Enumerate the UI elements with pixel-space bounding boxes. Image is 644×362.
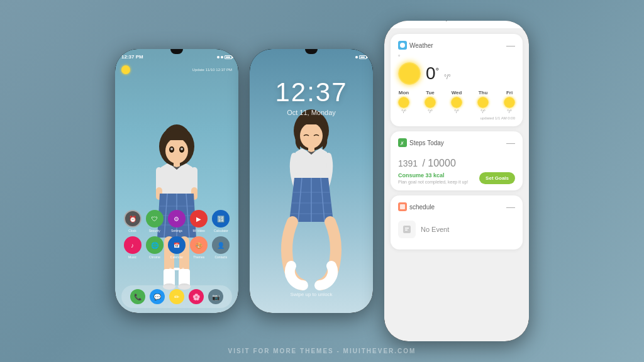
steps-separator: / <box>422 158 428 168</box>
svg-rect-38 <box>400 204 405 209</box>
clock-icon: ⏰ <box>124 210 142 228</box>
steps-count: 1391 / 10000 <box>398 151 468 171</box>
mivideo-icon: ▶ <box>190 210 208 228</box>
steps-info: 1391 / 10000 Consume 33 kcal Plan goal n… <box>398 151 468 184</box>
wed-sun-icon <box>451 97 462 108</box>
fri-sun-icon <box>504 97 515 108</box>
status-icons-1 <box>217 55 232 59</box>
mivideo-app[interactable]: ▶ Mi Video <box>190 210 208 233</box>
steps-menu[interactable]: — <box>506 138 515 148</box>
weather-title-row: Weather <box>398 41 433 50</box>
icon-row-2: ♪ Music 🌐 Chrome 📅 Calendar 🎨 Themes <box>121 236 232 259</box>
svg-point-2 <box>165 138 188 163</box>
thu-label: Thu <box>479 90 488 96</box>
calculator-app[interactable]: 🔢 Calculator <box>212 210 230 233</box>
phone-icon: 📞 <box>130 289 145 304</box>
music-label: Music <box>128 255 136 259</box>
greeting-text: Hello there, User <box>393 21 520 22</box>
weather-main: 0° °/° <box>398 62 515 85</box>
gallery-dock[interactable]: 🌸 <box>189 289 204 304</box>
wifi-icon <box>221 56 223 58</box>
weather-updated: updated 1/1 AM 0:00 <box>398 116 515 120</box>
notes-icon: ✏ <box>169 289 184 304</box>
weather-small <box>121 65 130 74</box>
phone3-header: Hello there, User <box>384 21 529 29</box>
steps-kcal: Consume 33 kcal <box>398 172 468 178</box>
clock-app[interactable]: ⏰ Clock <box>124 210 142 233</box>
icon-row-1: ⏰ Clock 🛡 Security ⚙ Settings ▶ Mi Video <box>121 210 232 233</box>
chrome-app[interactable]: 🌐 Chrome <box>146 236 164 259</box>
messages-dock[interactable]: 💬 <box>150 289 165 304</box>
chrome-icon: 🌐 <box>146 236 164 254</box>
calendar-label: Calendar <box>170 255 183 259</box>
weather-widget-icon <box>398 41 407 50</box>
status-time: 12:37 PM <box>121 54 143 60</box>
settings-app[interactable]: ⚙ Settings <box>168 210 186 233</box>
weather-location: ° <box>398 54 515 60</box>
themes-icon: 🎨 <box>190 236 208 254</box>
steps-goal: 10000 <box>428 158 456 168</box>
security-label: Security <box>149 229 160 233</box>
clock-label: Clock <box>128 229 136 233</box>
dot1 <box>169 268 172 270</box>
svg-point-6 <box>180 148 183 150</box>
weather-menu[interactable]: — <box>506 40 515 50</box>
dock: 📞 💬 ✏ 🌸 📷 <box>121 285 232 308</box>
themes-app[interactable]: 🎨 Themes <box>190 236 208 259</box>
no-event-icon <box>398 221 416 238</box>
contacts-label: Contacts <box>214 255 227 259</box>
weather-title: Weather <box>409 42 433 49</box>
calendar-app[interactable]: 📅 Calendar <box>168 236 186 259</box>
phone1-screen: 12:37 PM Update 11/10 12:37 PM <box>115 49 238 313</box>
weather-days: Mon °/° Tue °/° Wed °/° <box>398 90 515 114</box>
music-icon: ♪ <box>124 236 142 254</box>
calculator-icon: 🔢 <box>212 210 230 228</box>
weather-widget-header: Weather — <box>398 40 515 50</box>
schedule-menu[interactable]: — <box>506 202 515 212</box>
weather-sun-icon <box>398 62 421 85</box>
phone-dock[interactable]: 📞 <box>130 289 145 304</box>
mon-label: Mon <box>399 90 409 96</box>
svg-point-36 <box>400 43 405 48</box>
security-app[interactable]: 🛡 Security <box>146 210 164 233</box>
fri-temp: °/° <box>507 109 512 114</box>
contacts-app[interactable]: 👤 Contacts <box>212 236 230 259</box>
contacts-icon: 👤 <box>212 236 230 254</box>
set-goals-button[interactable]: Set Goals <box>479 172 515 184</box>
wed-label: Wed <box>452 90 462 96</box>
anime-girl-2 <box>264 99 358 313</box>
mon-sun-icon <box>398 97 409 108</box>
swipe-text[interactable]: Swipe up to unlock <box>250 292 373 297</box>
steps-main-row: 1391 / 10000 Consume 33 kcal Plan goal n… <box>398 151 515 184</box>
schedule-title: schedule <box>409 204 435 211</box>
weather-day-mon: Mon °/° <box>398 90 409 114</box>
camera-dock[interactable]: 📷 <box>208 289 223 304</box>
page-dots <box>115 268 238 270</box>
weather-widget: Weather — ° 0° °/° Mon <box>391 34 523 126</box>
svg-text:✗: ✗ <box>400 141 404 146</box>
themes-label: Themes <box>193 255 204 259</box>
status-icons-2 <box>355 55 367 59</box>
steps-widget-icon: ✗ <box>398 138 407 147</box>
weather-temp: 0° °/° <box>426 63 451 84</box>
battery-icon <box>225 55 232 59</box>
lock-date: Oct 11, Monday <box>250 109 373 116</box>
mon-temp: °/° <box>401 109 406 114</box>
temp-container: 0° °/° <box>426 63 451 84</box>
camera-icon: 📷 <box>208 289 223 304</box>
steps-title: Steps Today <box>409 140 444 146</box>
home-topbar: Update 11/10 12:37 PM <box>115 63 238 77</box>
music-app[interactable]: ♪ Music <box>124 236 142 259</box>
dot3 <box>182 268 184 270</box>
tue-temp: °/° <box>428 109 433 114</box>
phone3-frame: Hello there, User Weather — ° <box>384 21 529 341</box>
steps-widget-header: ✗ Steps Today — <box>398 138 515 148</box>
schedule-widget-header: schedule — <box>398 202 515 212</box>
dot2 <box>174 268 180 270</box>
phone2-frame: 12:37 Oct 11, Monday <box>250 49 373 313</box>
tue-label: Tue <box>426 90 435 96</box>
schedule-widget-icon <box>398 202 407 211</box>
security-icon: 🛡 <box>146 210 164 228</box>
no-event-container: No Event <box>398 216 515 243</box>
notes-dock[interactable]: ✏ <box>169 289 184 304</box>
